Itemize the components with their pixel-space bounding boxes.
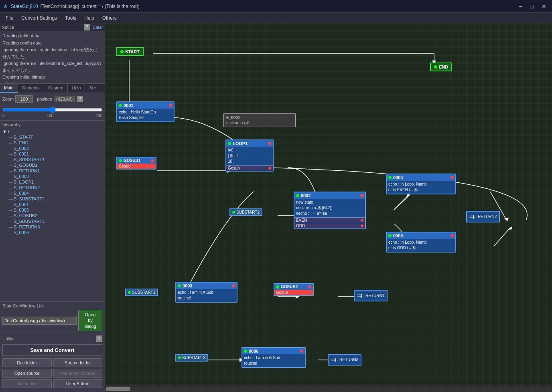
substart3-label: SUBSTART3 — [182, 356, 205, 360]
node-0003[interactable]: 0003 echo : I am in A Subroutine! — [175, 282, 237, 303]
node-return3[interactable]: ⇉ RETURN3 — [328, 354, 361, 366]
implement-source-button: Implement source — [53, 369, 103, 378]
node-0001-body: echo : Hello StateGoBash Sample! — [117, 109, 174, 121]
app-name: StateGo β10 — [11, 4, 38, 9]
hierarchy-item-s-loop1[interactable]: —S_LOOP1 — [2, 179, 102, 185]
tabs: Main Contents Custom Help Src — [0, 84, 105, 93]
hierarchy-label: hierarchy — [2, 122, 102, 127]
maximize-button[interactable]: □ — [528, 3, 536, 10]
utility-help-icon[interactable]: ? — [96, 335, 102, 342]
notice-msg-3: Ignoring the error : itemeditform_size_l… — [2, 60, 102, 73]
user-button[interactable]: User Button — [53, 379, 103, 388]
node-gosub1[interactable]: GOSUB1 Gosub — [116, 157, 156, 170]
open-dialog-button[interactable]: Openbydialog — [78, 310, 102, 331]
node-gosub2-dot — [276, 285, 279, 289]
substart2-label: SUBSTART2 — [236, 210, 260, 214]
end-node[interactable]: END — [430, 63, 452, 71]
node-gosub1-exit: Gosub — [117, 164, 156, 169]
zoom-input[interactable] — [15, 95, 33, 103]
menu-others[interactable]: Others — [98, 14, 121, 22]
node-substart3[interactable]: SUBSTART3 — [175, 354, 208, 362]
node-0001-title: 0001 — [124, 103, 133, 108]
hierarchy-item-s-return2[interactable]: —S_RETURN2 — [2, 185, 102, 190]
hierarchy-item-s-0005[interactable]: —S_0005 — [2, 207, 102, 213]
notice-msg-4: Creating initial bitmap — [2, 74, 102, 81]
substart2-dot — [232, 211, 235, 214]
node-0002-even: EVEN — [294, 217, 365, 223]
open-source-button[interactable]: Open source — [2, 369, 52, 378]
start-node[interactable]: START — [116, 47, 144, 56]
tab-main[interactable]: Main — [0, 84, 18, 93]
return2-label: RETURN2 — [478, 214, 497, 219]
node-loop1[interactable]: LOOP1 i=0[ $i -lt10 ] Gosub — [225, 139, 274, 172]
node-0005[interactable]: 0005 echo : In Loop, Number is ODD i = $… — [386, 232, 456, 253]
node-0001[interactable]: 0001 echo : Hello StateGoBash Sample! — [116, 101, 175, 122]
node-0005-dot — [388, 234, 392, 237]
notice-clear-button[interactable]: Clear — [93, 25, 103, 30]
node-0006[interactable]: 0006 echo : I am in B Subroutine! — [242, 347, 306, 368]
save-convert-button[interactable]: Save and Convert — [2, 344, 102, 356]
node-loop1-body: i=0[ $i -lt10 ] — [226, 147, 273, 165]
zoom-slider[interactable] — [2, 107, 102, 113]
hierarchy-item-s-return3[interactable]: —S_RETURN3 — [2, 224, 102, 230]
hierarchy-item-s-substart2[interactable]: —S_SUBSTART2 — [2, 196, 102, 202]
node-0002-title: 0002 — [301, 193, 310, 198]
hierarchy-item-s-gosub1[interactable]: —S_GOSUB1 — [2, 162, 102, 168]
hierarchy-item-s-return1[interactable]: —S_RETURN1 — [2, 168, 102, 174]
node-substart2[interactable]: SUBSTART2 — [229, 208, 262, 216]
return3-arrow: ⇉ — [331, 356, 336, 364]
minimize-button[interactable]: − — [516, 3, 524, 10]
node-gosub1-exit-dot — [151, 159, 154, 162]
hierarchy-item-s-0006[interactable]: —S_0006 — [2, 230, 102, 235]
tab-custom[interactable]: Custom — [44, 84, 68, 93]
node-0006-title: 0006 — [249, 349, 258, 354]
canvas-area[interactable]: START END 0001 echo : Hello StateGoBash … — [105, 23, 552, 392]
controls-help-icon[interactable]: ? — [77, 96, 83, 102]
notice-content[interactable]: Reading table data. Reading config data … — [0, 31, 105, 83]
node-return2[interactable]: ⇉ RETURN2 — [466, 211, 500, 222]
menu-tools[interactable]: Tools — [61, 14, 80, 22]
hierarchy-item-s-0003[interactable]: —S_0003 — [2, 174, 102, 179]
svg-marker-9 — [508, 226, 512, 230]
node-0003-exit-dot — [232, 284, 235, 287]
source-folder-button[interactable]: Source folder — [53, 358, 103, 367]
event-node-e0001[interactable]: E_0001 declare -i i=0 — [223, 113, 296, 127]
tab-help[interactable]: Help — [68, 84, 85, 93]
hierarchy-item-s-0001b[interactable]: —S_0001 — [2, 202, 102, 207]
tab-contents[interactable]: Contents — [18, 84, 44, 93]
window-list-area: StateGo Window List TestControl.psgg (th… — [0, 301, 105, 333]
close-button[interactable]: ✕ — [539, 3, 549, 10]
node-0002-odd-dot — [361, 224, 363, 227]
utility-area: Utility ? Save and Convert Doc folder So… — [0, 333, 105, 392]
doc-folder-button[interactable]: Doc folder — [2, 358, 52, 367]
hierarchy-item-s-end[interactable]: —S_END — [2, 140, 102, 145]
menu-file[interactable]: File — [2, 14, 17, 22]
hierarchy-root[interactable]: ▼ / — [2, 129, 102, 134]
node-return1[interactable]: ⇉ RETURN1 — [354, 290, 388, 301]
hierarchy-item-s-substart1[interactable]: —S_SUBSTART1 — [2, 157, 102, 162]
hierarchy-item-s-0002[interactable]: —S_0002 — [2, 145, 102, 151]
canvas-scrollbar[interactable] — [105, 386, 552, 392]
menu-convert-settings[interactable]: Convert Settings — [17, 14, 61, 22]
node-gosub2[interactable]: GOSUB2 Gosub — [274, 283, 314, 296]
substart1-dot — [128, 291, 131, 294]
window-file[interactable]: TestControl.psgg (this window) — [2, 317, 77, 325]
scroll-thumb[interactable] — [106, 387, 130, 391]
hierarchy-item-s-substart3[interactable]: —S_SUBSTART3 — [2, 218, 102, 224]
notice-help-icon[interactable]: ? — [84, 24, 90, 30]
hierarchy-item-s-0001[interactable]: —S_0001 — [2, 151, 102, 157]
hierarchy-item-s-0004[interactable]: —S_0004 — [2, 190, 102, 196]
hierarchy-item-s-start[interactable]: —S_START — [2, 134, 102, 140]
slider-container: 0 100 200 — [0, 107, 105, 121]
substart3-dot — [178, 356, 181, 359]
node-gosub2-exit: Gosub — [274, 290, 313, 295]
node-0004[interactable]: 0004 echo : In Loop, Number is EVEN i = … — [386, 174, 456, 194]
node-loop1-gosub-dot — [268, 167, 271, 170]
hierarchy-area[interactable]: hierarchy ▼ / —S_START —S_END —S_0002 —S… — [0, 121, 105, 301]
node-0002[interactable]: 0002 new statedeclare -i a=$((i%2))#echo… — [294, 192, 366, 229]
hierarchy-item-s-gosub2[interactable]: —S_GOSUB2 — [2, 213, 102, 218]
tab-src[interactable]: Src — [85, 84, 100, 93]
node-substart1[interactable]: SUBSTART1 — [125, 289, 158, 296]
menu-help[interactable]: Help — [80, 14, 98, 22]
notice-msg-2: Ignoring the error : state_location_list… — [2, 46, 102, 60]
